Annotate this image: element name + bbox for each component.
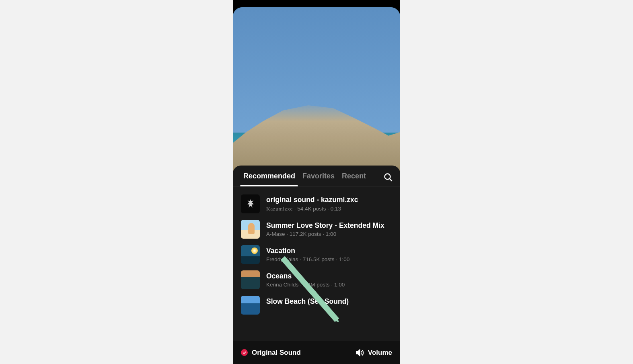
sound-meta: Freddy Kalas · 716.5K posts · 1:00: [266, 256, 392, 262]
sound-thumb: [241, 245, 260, 264]
sound-meta: Kazumizxc · 54.4K posts · 0:13: [266, 206, 392, 212]
search-icon: [383, 172, 393, 182]
sound-row-text: original sound - kazumi.zxc Kazumizxc · …: [266, 196, 392, 212]
sound-thumb: [241, 220, 260, 239]
tabs-bar: Recommended Favorites Recent: [233, 166, 400, 186]
sound-row-text: Summer Love Story - Extended Mix A-Mase …: [266, 221, 392, 237]
sound-thumb: [241, 270, 260, 289]
tab-favorites[interactable]: Favorites: [302, 172, 335, 186]
sound-meta: Kenna Childs · 1.4M posts · 1:00: [266, 282, 392, 288]
volume-button[interactable]: Volume: [355, 348, 392, 358]
sound-title: Slow Beach (Sea Sound): [266, 297, 392, 306]
sound-title: Oceans: [266, 272, 392, 281]
sound-title: original sound - kazumi.zxc: [266, 196, 392, 204]
volume-label: Volume: [368, 349, 392, 357]
original-sound-check[interactable]: [241, 349, 248, 356]
sound-thumb: [241, 296, 260, 315]
original-sound-label[interactable]: Original Sound: [252, 349, 301, 357]
sound-picker-sheet: Recommended Favorites Recent original so…: [233, 166, 400, 364]
check-icon: [243, 351, 247, 355]
svg-marker-2: [356, 350, 360, 356]
sound-row-text: Oceans Kenna Childs · 1.4M posts · 1:00: [266, 272, 392, 288]
sound-row[interactable]: Slow Beach (Sea Sound) x: [233, 292, 400, 315]
sound-row-text: Vacation Freddy Kalas · 716.5K posts · 1…: [266, 247, 392, 263]
sound-list[interactable]: original sound - kazumi.zxc Kazumizxc · …: [233, 186, 400, 364]
volume-icon: [355, 348, 365, 358]
sound-row[interactable]: Vacation Freddy Kalas · 716.5K posts · 1…: [233, 242, 400, 267]
sound-row[interactable]: original sound - kazumi.zxc Kazumizxc · …: [233, 191, 400, 217]
active-tab-underline: [240, 185, 298, 186]
sound-meta: A-Mase · 117.2K posts · 1:00: [266, 231, 392, 237]
phone-frame: Recommended Favorites Recent original so…: [233, 0, 400, 364]
sound-row[interactable]: Oceans Kenna Childs · 1.4M posts · 1:00: [233, 267, 400, 292]
tab-recommended[interactable]: Recommended: [243, 172, 295, 186]
sound-title: Summer Love Story - Extended Mix: [266, 221, 392, 230]
sound-row-text: Slow Beach (Sea Sound) x: [266, 297, 392, 313]
sound-title: Vacation: [266, 247, 392, 256]
tab-recent[interactable]: Recent: [342, 172, 366, 186]
sound-row[interactable]: Summer Love Story - Extended Mix A-Mase …: [233, 217, 400, 242]
search-button[interactable]: [383, 172, 393, 186]
bottom-bar: Original Sound Volume: [233, 341, 400, 364]
sound-thumb: [241, 194, 260, 213]
svg-line-1: [390, 179, 392, 181]
